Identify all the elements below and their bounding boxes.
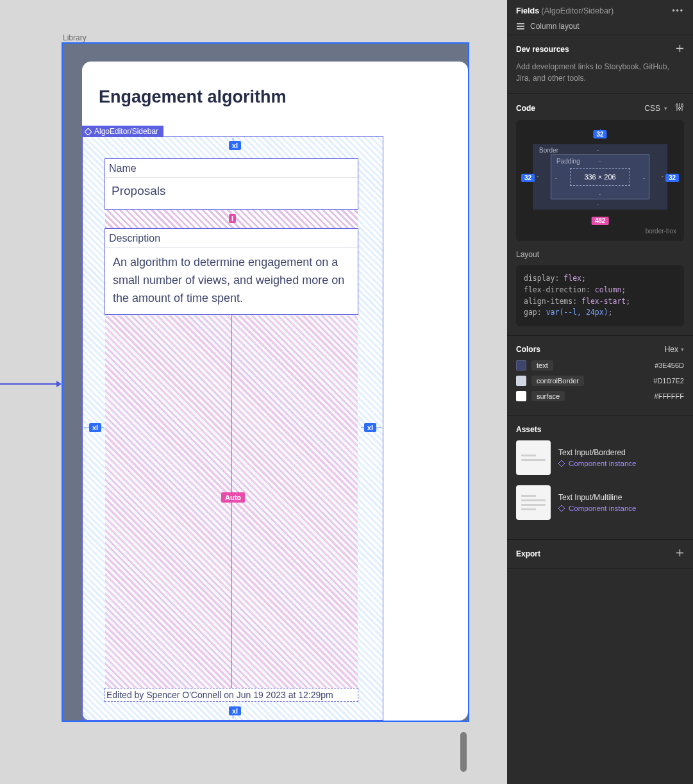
description-field-block[interactable]: Description An algorithm to determine en… xyxy=(104,228,358,315)
bm-margin-left-value: 32 xyxy=(521,174,535,182)
color-row-surface[interactable]: surface #FFFFFF xyxy=(516,391,684,401)
code-language-label: CSS xyxy=(644,104,660,113)
bm-border-label: Border xyxy=(539,147,558,154)
css-flexdir-value: column xyxy=(595,285,622,294)
bm-content-size: 336 × 206 xyxy=(570,168,630,186)
code-section: Code CSS ▾ 3 xyxy=(507,94,693,336)
color-format-label: Hex xyxy=(665,345,678,354)
layout-mode-row[interactable]: Column layout xyxy=(516,22,684,31)
code-language-dropdown[interactable]: CSS ▾ xyxy=(644,104,667,113)
bm-margin-right-value: 32 xyxy=(665,174,679,182)
dev-resources-section: Dev resources Add development links to S… xyxy=(507,35,693,94)
prototype-arrow xyxy=(0,383,60,385)
add-dev-resource-button[interactable] xyxy=(676,44,684,54)
assets-section: Assets Text Input/Bordered Component ins… xyxy=(507,416,693,540)
color-name: text xyxy=(531,360,553,371)
name-field-block[interactable]: Name Proposals xyxy=(104,158,358,210)
layout-css-block[interactable]: display: flex; flex-direction: column; a… xyxy=(516,265,684,326)
bm-margin-top-value: 32 xyxy=(593,130,606,138)
component-diamond-icon xyxy=(85,128,92,135)
column-layout-icon xyxy=(516,22,525,31)
code-settings-button[interactable] xyxy=(675,103,684,113)
bm-padding-label: Padding xyxy=(556,158,580,165)
color-swatch xyxy=(516,376,526,386)
asset-instance-link[interactable]: Component instance xyxy=(558,505,636,512)
color-name: controlBorder xyxy=(531,376,584,386)
plus-icon xyxy=(676,549,684,557)
panel-header: Fields (AlgoEditor/Sidebar) ••• Column l… xyxy=(507,0,693,35)
color-swatch xyxy=(516,360,526,371)
asset-name: Text Input/Bordered xyxy=(558,448,636,457)
panel-title-path: (AlgoEditor/Sidebar) xyxy=(542,6,614,15)
box-model-widget[interactable]: 32 32 32 482 Border - - - - Padding xyxy=(516,120,684,241)
code-heading: Code xyxy=(516,104,535,113)
panel-title-main: Fields xyxy=(516,6,539,15)
asset-instance-link[interactable]: Component instance xyxy=(558,460,636,467)
padding-right-badge: xl xyxy=(364,423,376,432)
gap-size-badge: l xyxy=(229,214,236,223)
outer-frame[interactable]: Engagement algorithm AlgoEditor/Sidebar … xyxy=(62,42,469,722)
colors-heading: Colors xyxy=(516,345,540,354)
layout-mode-label: Column layout xyxy=(530,22,580,31)
canvas-scrollbar-thumb[interactable] xyxy=(460,732,467,772)
chevron-down-icon: ▾ xyxy=(664,105,667,112)
selected-sidebar-frame[interactable]: xl xl xl xl Name Proposals l Description xyxy=(82,136,383,721)
svg-point-5 xyxy=(681,104,683,106)
asset-name: Text Input/Multiline xyxy=(558,493,636,502)
chevron-down-icon: ▾ xyxy=(681,346,684,353)
plus-icon xyxy=(676,44,684,53)
name-value[interactable]: Proposals xyxy=(105,178,358,204)
design-canvas[interactable]: Library Engagement algorithm AlgoEditor/… xyxy=(0,0,469,784)
export-heading: Export xyxy=(516,549,540,558)
bm-border-box: Border - - - - Padding - - - - 336 × 206 xyxy=(533,144,667,210)
padding-left-badge: xl xyxy=(89,423,101,432)
color-hex: #D1D7E2 xyxy=(653,377,684,385)
assets-heading: Assets xyxy=(516,425,541,434)
color-name: surface xyxy=(531,391,565,401)
padding-top-badge: xl xyxy=(229,141,241,150)
svg-rect-1 xyxy=(517,26,524,27)
color-hex: #3E456D xyxy=(655,362,684,369)
color-row-text[interactable]: text #3E456D xyxy=(516,360,684,371)
frame-group-label: Library xyxy=(63,33,87,42)
asset-instance-label: Component instance xyxy=(569,505,636,512)
description-value[interactable]: An algorithm to determine engagement on … xyxy=(105,247,358,314)
color-row-controlborder[interactable]: controlBorder #D1D7E2 xyxy=(516,376,684,386)
name-label: Name xyxy=(105,159,358,178)
selection-label-text: AlgoEditor/Sidebar xyxy=(94,127,158,136)
asset-thumbnail xyxy=(516,485,551,520)
flex-center-line xyxy=(231,315,232,696)
export-section: Export xyxy=(507,540,693,569)
asset-thumbnail xyxy=(516,440,551,475)
panel-title: Fields (AlgoEditor/Sidebar) xyxy=(516,6,614,15)
color-swatch xyxy=(516,391,526,401)
svg-point-3 xyxy=(676,104,678,106)
bm-padding-box: Padding - - - - 336 × 206 xyxy=(551,154,649,199)
component-diamond-icon xyxy=(558,505,565,512)
add-export-button[interactable] xyxy=(676,549,684,559)
selection-label[interactable]: AlgoEditor/Sidebar xyxy=(82,126,163,137)
asset-item-bordered[interactable]: Text Input/Bordered Component instance xyxy=(516,440,684,475)
description-label: Description xyxy=(105,229,358,247)
css-display-value: flex xyxy=(564,274,581,283)
asset-item-multiline[interactable]: Text Input/Multiline Component instance xyxy=(516,485,684,520)
padding-bottom-badge: xl xyxy=(229,706,241,715)
component-diamond-icon xyxy=(558,460,565,467)
bm-box-sizing-label: border-box xyxy=(524,228,676,235)
panel-menu-button[interactable]: ••• xyxy=(672,6,684,15)
algo-editor-card[interactable]: Engagement algorithm AlgoEditor/Sidebar … xyxy=(82,62,468,721)
inspector-panel: Fields (AlgoEditor/Sidebar) ••• Column l… xyxy=(507,0,693,784)
color-hex: #FFFFFF xyxy=(655,392,684,400)
edited-by-text: Edited by Spencer O'Connell on Jun 19 20… xyxy=(106,690,333,700)
auto-size-badge: Auto xyxy=(221,492,245,503)
svg-point-4 xyxy=(678,107,680,109)
edited-by-footer: Edited by Spencer O'Connell on Jun 19 20… xyxy=(104,688,358,702)
card-title: Engagement algorithm xyxy=(99,87,287,107)
color-format-dropdown[interactable]: Hex ▾ xyxy=(665,345,684,354)
svg-rect-0 xyxy=(517,23,524,24)
colors-section: Colors Hex ▾ text #3E456D controlBorder … xyxy=(507,336,693,416)
svg-rect-2 xyxy=(517,28,524,29)
sliders-icon xyxy=(675,103,684,112)
dev-resources-hint: Add development links to Storybook, GitH… xyxy=(516,61,684,84)
css-align-value: flex-start xyxy=(581,297,626,306)
